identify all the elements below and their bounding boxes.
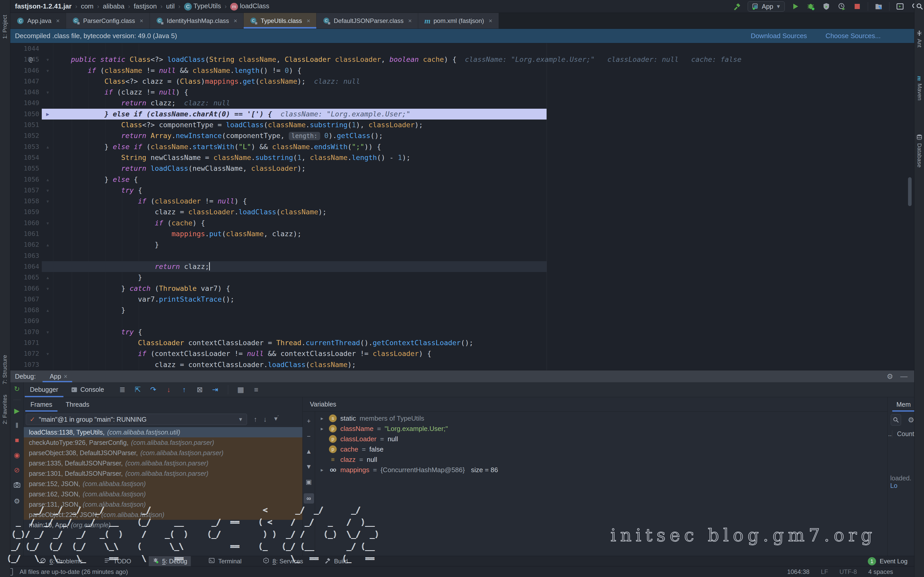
search-icon[interactable] bbox=[891, 414, 901, 425]
layout-icon[interactable]: ≣ bbox=[118, 385, 127, 394]
tab-defaultjsonparser-class[interactable]: CDefaultJSONParser.class× bbox=[317, 13, 418, 29]
run-to-cursor-button[interactable]: ⇥ bbox=[211, 385, 220, 394]
banner-link-download-sources[interactable]: Download Sources bbox=[751, 32, 807, 40]
fold-marker-icon[interactable]: ▿ bbox=[42, 348, 53, 359]
search-icon[interactable] bbox=[916, 3, 924, 11]
variable-row[interactable]: ≡clazz = null bbox=[315, 455, 887, 465]
breadcrumb-item-loadclass[interactable]: m loadClass bbox=[230, 2, 269, 10]
tab-console[interactable]: Console bbox=[65, 382, 110, 397]
variable-row[interactable]: ▸oomappings = {ConcurrentHashMap@586} si… bbox=[315, 465, 887, 475]
memory-col-count[interactable]: Count bbox=[892, 430, 914, 438]
watches-toggle-button[interactable]: ∞ bbox=[304, 493, 314, 504]
fold-marker-icon[interactable]: ▿ bbox=[42, 283, 53, 294]
frame-row[interactable]: parse:162, JSON, (com.alibaba.fastjson) bbox=[24, 489, 302, 499]
filter-icon[interactable]: ▼́ bbox=[273, 416, 279, 424]
fold-marker-icon[interactable]: ▿ bbox=[42, 218, 53, 229]
memory-load-link[interactable]: Lo bbox=[890, 482, 897, 489]
force-step-into-button[interactable]: ↓ bbox=[165, 385, 173, 394]
show-execution-point-button[interactable]: ⇱ bbox=[134, 385, 142, 394]
variable-row[interactable]: pclassLoader = null bbox=[315, 434, 887, 444]
hide-panel-icon[interactable]: — bbox=[900, 372, 908, 381]
next-frame-icon[interactable]: ↓ bbox=[263, 416, 267, 424]
scroll-up-button[interactable]: ▲ bbox=[305, 448, 312, 455]
settings-gear-icon[interactable]: ⚙ bbox=[887, 372, 893, 381]
step-over-button[interactable]: ↷ bbox=[149, 385, 158, 394]
scroll-down-button[interactable]: ▼ bbox=[305, 463, 312, 471]
variable-row[interactable]: pcache = false bbox=[315, 444, 887, 455]
fold-marker-icon[interactable]: ▿ bbox=[42, 196, 53, 206]
tab-close-icon[interactable]: × bbox=[140, 17, 143, 24]
tab-debugger[interactable]: Debugger bbox=[24, 382, 65, 397]
run-button[interactable] bbox=[790, 2, 800, 11]
caret-position[interactable]: 1064:38 bbox=[787, 568, 809, 575]
debug-button[interactable] bbox=[806, 2, 816, 11]
fold-marker-icon[interactable]: ▿ bbox=[42, 54, 53, 65]
tab-threads[interactable]: Threads bbox=[59, 397, 96, 412]
tab-pom-xml-fastjson-[interactable]: mpom.xml (fastjson)× bbox=[418, 13, 499, 29]
indent-style[interactable]: 4 spaces bbox=[868, 568, 893, 575]
frame-row[interactable]: parse:152, JSON, (com.alibaba.fastjson) bbox=[24, 479, 302, 489]
stripe-item--structure[interactable]: 7: Structure bbox=[2, 355, 8, 384]
tab-parserconfig-class[interactable]: CParserConfig.class× bbox=[66, 13, 150, 29]
memory-tab[interactable]: Mem ▼ bbox=[888, 397, 914, 412]
tab-close-icon[interactable]: × bbox=[56, 17, 60, 24]
step-out-button[interactable]: ↑ bbox=[180, 385, 189, 394]
close-icon[interactable]: × bbox=[64, 373, 68, 380]
stripe-item-ant[interactable]: Ant bbox=[916, 30, 923, 47]
memory-col-class[interactable]: .. bbox=[888, 430, 892, 438]
variable-row[interactable]: ▸sstatic members of TypeUtils bbox=[315, 413, 887, 424]
coverage-button[interactable] bbox=[821, 2, 831, 11]
tab-identityhashmap-class[interactable]: CIdentityHashMap.class× bbox=[150, 13, 244, 29]
run-config-combo[interactable]: App▼ bbox=[748, 1, 785, 11]
fold-marker-icon[interactable]: ▿ bbox=[42, 185, 53, 196]
frame-row[interactable]: loadClass:1138, TypeUtils, (com.alibaba.… bbox=[24, 427, 302, 437]
fold-marker-icon[interactable]: ▵ bbox=[42, 272, 53, 283]
rerun-button[interactable]: ↻ bbox=[14, 385, 20, 393]
expand-chevron-icon[interactable]: ▸ bbox=[319, 467, 325, 473]
encoding[interactable]: UTF-8 bbox=[840, 568, 857, 575]
structure-button[interactable] bbox=[874, 2, 884, 11]
fold-marker-icon[interactable]: ▿ bbox=[42, 87, 53, 98]
view-breakpoints-button[interactable]: ◉ bbox=[14, 451, 20, 459]
stop-button[interactable]: ■ bbox=[15, 436, 19, 444]
fold-marker-icon[interactable]: ▵ bbox=[42, 305, 53, 316]
frame-row[interactable]: parseObject:308, DefaultJSONParser, (com… bbox=[24, 448, 302, 458]
mute-breakpoints-button[interactable]: ⊘ bbox=[14, 466, 20, 474]
stripe-item--favorites[interactable]: 2: Favorites bbox=[2, 395, 8, 424]
breadcrumb-item-alibaba[interactable]: alibaba bbox=[103, 2, 124, 10]
expand-chevron-icon[interactable]: ▸ bbox=[319, 425, 325, 432]
tab-frames[interactable]: Frames bbox=[24, 397, 59, 412]
fold-marker-icon[interactable]: ▵ bbox=[42, 174, 53, 185]
tab-close-icon[interactable]: × bbox=[489, 17, 493, 24]
tab-close-icon[interactable]: × bbox=[408, 17, 412, 24]
execution-point-icon[interactable]: ▶ bbox=[42, 109, 53, 119]
stop-button[interactable] bbox=[852, 2, 862, 11]
stripe-item-database[interactable]: Database bbox=[916, 134, 923, 168]
breadcrumb-item-fastjson-1-2-41-jar[interactable]: fastjson-1.2.41.jar bbox=[15, 2, 72, 10]
line-ending[interactable]: LF bbox=[821, 568, 828, 575]
banner-link-choose-sources-[interactable]: Choose Sources... bbox=[825, 32, 881, 40]
thread-dump-button[interactable] bbox=[13, 481, 21, 490]
remove-watch-button[interactable]: − bbox=[307, 432, 311, 440]
breadcrumb-item-util[interactable]: util bbox=[166, 2, 174, 10]
prev-frame-icon[interactable]: ↑ bbox=[254, 416, 257, 424]
fold-marker-icon[interactable]: ▵ bbox=[42, 142, 53, 152]
tab-app-java[interactable]: CApp.java× bbox=[10, 13, 66, 29]
variable-row[interactable]: ▸pclassName = "Lorg.example.User;" bbox=[315, 424, 887, 434]
frame-row[interactable]: checkAutoType:926, ParserConfig, (com.al… bbox=[24, 437, 302, 448]
stripe-item--project[interactable]: 1: Project bbox=[2, 15, 8, 39]
fold-marker-icon[interactable]: ▿ bbox=[42, 65, 53, 76]
breadcrumb-item-typeutils[interactable]: C TypeUtils bbox=[184, 2, 221, 10]
event-log-button[interactable]: 1 Event Log bbox=[868, 557, 908, 566]
settings-sliders-icon[interactable]: ≡ bbox=[252, 385, 261, 394]
drop-frame-button[interactable]: ⊠ bbox=[195, 385, 204, 394]
code-editor[interactable]: 10441045@▿ public static Class<?> loadCl… bbox=[10, 43, 914, 370]
pause-button[interactable]: ‖ bbox=[16, 422, 18, 430]
breadcrumb-item-fastjson[interactable]: fastjson bbox=[134, 2, 157, 10]
tab-typeutils-class[interactable]: CTypeUtils.class× bbox=[244, 13, 317, 29]
tab-close-icon[interactable]: × bbox=[307, 17, 310, 24]
tab-close-icon[interactable]: × bbox=[234, 17, 237, 24]
duplicate-button[interactable]: ▣ bbox=[306, 478, 312, 485]
settings-gear-icon[interactable]: ⚙ bbox=[908, 416, 914, 424]
thread-dropdown[interactable]: ✓ "main"@1 in group "main": RUNNING ▼ bbox=[26, 414, 247, 425]
